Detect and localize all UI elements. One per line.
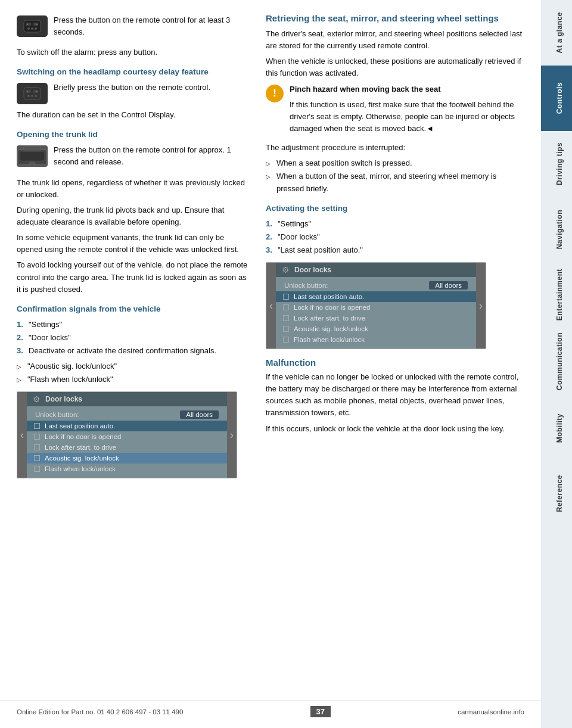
sidebar-item-label-entertainment: Entertainment xyxy=(547,264,572,325)
activating-step-3: 3. "Last seat position auto." xyxy=(266,244,524,256)
unlock-value: All doors xyxy=(180,410,219,419)
screen-nav-right-2[interactable]: › xyxy=(476,263,486,349)
remote-instruction-2: « » Briefly press the button on the remo… xyxy=(17,82,249,104)
headlamp-icon-text: Briefly press the button on the remote c… xyxy=(54,82,210,94)
page-number: 37 xyxy=(310,706,331,717)
warning-block: ! Pinch hazard when moving back the seat… xyxy=(266,83,524,139)
sidebar-item-label-controls: Controls xyxy=(547,77,572,119)
door-screen-settings-icon-2: ⚙ xyxy=(282,265,290,275)
sidebar-item-at-a-glance[interactable]: At a glance xyxy=(541,0,572,66)
warning-text-block: Pinch hazard when moving back the seat I… xyxy=(290,83,524,139)
svg-point-3 xyxy=(27,27,30,30)
remote-instruction-1: « » Press the button on the remote contr… xyxy=(17,14,249,42)
door-screen-header: ⚙ Door locks xyxy=(27,392,227,406)
checkbox-flash xyxy=(34,466,40,472)
interrupted-intro: The adjustment procedure is interrupted: xyxy=(266,142,524,154)
bullet-acoustic: "Acoustic sig. lock/unlock" xyxy=(17,360,249,372)
sidebar-item-entertainment[interactable]: Entertainment xyxy=(541,262,572,328)
trunk-para1: The trunk lid opens, regardless of wheth… xyxy=(17,177,249,201)
door-screen-header-2: ⚙ Door locks xyxy=(276,263,476,277)
warning-title: Pinch hazard when moving back the seat xyxy=(290,83,524,95)
unlock-row: Unlock button: All doors xyxy=(27,409,227,421)
activating-step-2: 2. "Door locks" xyxy=(266,231,524,243)
trunk-icon xyxy=(17,145,48,167)
seat-para1: The driver's seat, exterior mirror, and … xyxy=(266,28,524,52)
door-locks-screen-left: ‹ ⚙ Door locks Unlock button: All doors xyxy=(17,391,237,478)
checkbox-acoustic xyxy=(34,455,40,461)
trunk-section-heading: Opening the trunk lid xyxy=(17,129,249,141)
svg-rect-17 xyxy=(20,152,44,160)
option-flash: Flash when lock/unlock xyxy=(27,463,227,474)
sidebar-item-mobility[interactable]: Mobility xyxy=(541,395,572,461)
unlock-label: Unlock button: xyxy=(35,411,79,418)
option-acoustic-2: Acoustic sig. lock/unlock xyxy=(276,323,476,334)
trunk-para2: During opening, the trunk lid pivots bac… xyxy=(17,204,249,228)
sidebar-item-label-at-a-glance: At a glance xyxy=(547,7,572,58)
checkbox-lock-no-door-2 xyxy=(283,304,289,310)
trunk-icon-text: Press the button on the remote control f… xyxy=(54,144,249,168)
sidebar-item-label-reference: Reference xyxy=(547,470,572,517)
svg-point-12 xyxy=(31,95,33,97)
footer-site: carmanualsonline.info xyxy=(458,708,524,715)
door-locks-screen-right: ‹ ⚙ Door locks Unlock button: All doors xyxy=(266,262,486,349)
svg-text:»: » xyxy=(36,22,38,26)
headlamp-duration-text: The duration can be set in the Control D… xyxy=(17,109,249,121)
option-lock-no-door: Lock if no door is opened xyxy=(27,431,227,442)
sidebar-item-controls[interactable]: Controls xyxy=(541,66,572,131)
trunk-instruction: Press the button on the remote control f… xyxy=(17,144,249,172)
confirmation-bullets: "Acoustic sig. lock/unlock" "Flash when … xyxy=(17,360,249,385)
screen-nav-right[interactable]: › xyxy=(227,392,237,478)
footer-edition-text: Online Edition for Part no. 01 40 2 606 … xyxy=(17,708,183,715)
screen-with-nav: ‹ ⚙ Door locks Unlock button: All doors xyxy=(17,392,237,478)
sidebar-item-label-mobility: Mobility xyxy=(547,409,572,447)
checkbox-lock-after-start xyxy=(34,444,40,450)
screen-with-nav-right: ‹ ⚙ Door locks Unlock button: All doors xyxy=(266,263,486,349)
checkbox-lock-no-door xyxy=(34,434,40,440)
malfunction-para2: If this occurs, unlock or lock the vehic… xyxy=(266,423,524,435)
sidebar-item-label-communication: Communication xyxy=(547,328,572,395)
option-last-seat-2: Last seat position auto. xyxy=(276,291,476,302)
door-screen-main-2: ⚙ Door locks Unlock button: All doors La… xyxy=(276,263,476,349)
svg-point-4 xyxy=(31,27,33,30)
activating-heading: Activating the setting xyxy=(266,203,524,214)
svg-point-5 xyxy=(35,27,37,30)
sidebar-item-communication[interactable]: Communication xyxy=(541,328,572,395)
confirmation-step-2: 2. "Door locks" xyxy=(17,332,249,344)
unlock-label-2: Unlock button: xyxy=(284,282,328,289)
sidebar-item-reference[interactable]: Reference xyxy=(541,461,572,526)
checkbox-last-seat-2 xyxy=(283,294,289,300)
seat-para2: When the vehicle is unlocked, these posi… xyxy=(266,55,524,79)
alarm-off-text: To switch off the alarm: press any butto… xyxy=(17,46,249,58)
interrupted-bullet1: When a seat position switch is pressed. xyxy=(266,157,524,169)
sidebar-item-navigation[interactable]: Navigation xyxy=(541,197,572,262)
svg-text:«: « xyxy=(27,89,29,93)
interrupted-bullets: When a seat position switch is pressed. … xyxy=(266,157,524,194)
headlamp-section-heading: Switching on the headlamp courtesy delay… xyxy=(17,67,249,78)
svg-rect-19 xyxy=(24,146,41,150)
door-screen-main: ⚙ Door locks Unlock button: All doors La… xyxy=(27,392,227,478)
svg-text:»: » xyxy=(36,89,38,93)
sidebar-item-label-driving-tips: Driving tips xyxy=(547,138,572,190)
unlock-value-2: All doors xyxy=(429,281,468,290)
warning-text: If this function is used, first make sur… xyxy=(290,99,524,135)
sidebar-item-driving-tips[interactable]: Driving tips xyxy=(541,131,572,197)
svg-point-11 xyxy=(27,95,30,97)
confirmation-steps: 1. "Settings" 2. "Door locks" 3. Deactiv… xyxy=(17,319,249,357)
svg-point-13 xyxy=(35,95,37,97)
option-acoustic-highlighted: Acoustic sig. lock/unlock xyxy=(27,453,227,463)
option-flash-2: Flash when lock/unlock xyxy=(276,334,476,345)
trunk-para3: In some vehicle equipment variants, the … xyxy=(17,232,249,256)
option-lock-no-door-2: Lock if no door is opened xyxy=(276,302,476,313)
remote-control-icon: « » xyxy=(17,15,48,37)
screen-nav-left-2[interactable]: ‹ xyxy=(266,263,276,349)
remote-control-icon-2: « » xyxy=(17,83,48,104)
option-lock-after-start-2: Lock after start. to drive xyxy=(276,313,476,323)
checkbox-lock-after-start-2 xyxy=(283,315,289,321)
checkbox-flash-2 xyxy=(283,337,289,343)
malfunction-para1: If the vehicle can no longer be locked o… xyxy=(266,371,524,419)
screen-nav-left[interactable]: ‹ xyxy=(17,392,27,478)
malfunction-heading: Malfunction xyxy=(266,357,524,368)
option-lock-after-start: Lock after start. to drive xyxy=(27,442,227,453)
trunk-para4: To avoid locking yourself out of the veh… xyxy=(17,259,249,295)
sidebar: At a glance Controls Driving tips Naviga… xyxy=(541,0,572,728)
